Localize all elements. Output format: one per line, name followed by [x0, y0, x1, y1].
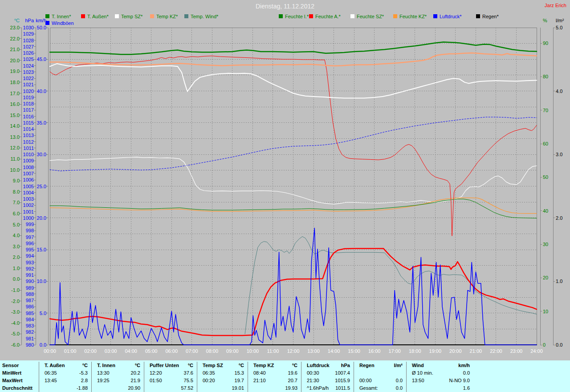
axis-tick-label: 1001 — [23, 209, 34, 214]
axis-tick-label: 992 — [26, 266, 34, 271]
axis-unit-%: % — [543, 18, 547, 23]
axis-tick-label: 997 — [26, 234, 34, 240]
axis-tick-label: 1029 — [23, 31, 34, 36]
stats-cell-time: 00:20 — [203, 377, 215, 384]
axis-tick-label: 982 — [26, 329, 34, 335]
stats-column: Regenl/m²00:000.0Gesamt:0.0 — [354, 362, 407, 392]
stats-cell: 13:452.8 — [39, 377, 91, 384]
stats-cell: 00:301007.4 — [301, 369, 354, 377]
sensor-name: Wind — [412, 362, 424, 369]
axis-tick-label: 20.0 — [37, 215, 46, 221]
axis-tick-label: 10.0 — [10, 167, 20, 173]
axis-tick-label: 30.0 — [37, 152, 46, 157]
axis-tick-label: -4.0 — [11, 320, 20, 326]
axis-tick-label: 50.0 — [37, 25, 46, 30]
stats-cell-time: Ø 10 min. — [412, 369, 433, 377]
axis-tick-label: 1017 — [23, 107, 34, 113]
x-tick-label: 19:00 — [429, 348, 442, 354]
x-tick-label: 09:00 — [226, 348, 239, 354]
stats-cell-time: 06:35 — [203, 369, 215, 377]
x-tick-label: 02:00 — [84, 348, 97, 354]
x-tick-label: 16:00 — [368, 348, 381, 354]
stats-cell-value: -1.88 — [77, 384, 88, 392]
axis-tick-label: 20.0 — [10, 58, 20, 63]
axis-tick-label: 985 — [26, 311, 34, 316]
stats-cell-value: 37.6 — [184, 369, 193, 377]
x-tick-label: 07:00 — [186, 348, 198, 354]
axis-tick-label: 80 — [543, 74, 548, 79]
axis-tick-label: 35.0 — [37, 120, 46, 125]
x-tick-label: 06:00 — [165, 348, 178, 354]
axis-unit-°C: °C — [14, 18, 20, 23]
axis-tick-label: 1006 — [23, 177, 34, 182]
axis-tick-label: 991 — [26, 272, 34, 278]
sensor-unit: °C — [188, 362, 193, 369]
axis-tick-label: 999 — [26, 222, 34, 227]
axis-tick-label: 995 — [26, 247, 34, 252]
stats-cell-time: 13:45 — [45, 377, 57, 384]
stats-cell-value: 1007.4 — [335, 369, 350, 377]
stats-table: SensorMinWertMaxWertDurchschnittT. Außen… — [0, 360, 570, 392]
axis-tick-label: 3.0 — [13, 244, 20, 249]
stats-cell: 57.52 — [144, 384, 197, 392]
axis-tick-label: 1009 — [23, 158, 34, 163]
axis-tick-label: 70 — [543, 108, 548, 113]
axis-tick-label: 11.0 — [10, 156, 20, 162]
stats-header-temp-sz: Temp SZ°C — [197, 362, 248, 369]
stats-cell: Ø 10 min.0.0 — [407, 369, 473, 377]
x-tick-label: 15:00 — [348, 348, 360, 354]
axis-tick-label: 25.0 — [37, 184, 46, 189]
axis-tick-label: 1016 — [23, 114, 34, 119]
stats-cell-time: 12:20 — [150, 369, 162, 377]
stats-cell: 21:1020.7 — [248, 377, 301, 384]
stats-header-t-innen: T. Innen°C — [92, 362, 144, 369]
stats-cell: 1.6 — [407, 384, 473, 392]
axis-tick-label: 6.0 — [13, 211, 20, 216]
stats-cell: 19.93 — [248, 384, 301, 392]
stats-cell-time: 19:25 — [97, 377, 110, 384]
axis-tick-label: 0.0 — [40, 342, 46, 348]
axis-tick-label: 1023 — [23, 69, 34, 75]
x-tick-label: 10:00 — [247, 348, 259, 354]
stats-cell-value: 1015.9 — [335, 377, 350, 384]
stats-cell-value: 21.9 — [131, 377, 140, 384]
sensor-name: Temp KZ — [253, 362, 274, 369]
axis-tick-label: 1005 — [23, 184, 34, 189]
stats-cell-time: 21:30 — [307, 377, 319, 384]
weather-app-window: Dienstag, 11.12.2012 Jarz Erich T. Innen… — [0, 0, 570, 392]
stats-column: SensorMinWertMaxWertDurchschnitt — [0, 362, 39, 392]
sensor-name: Regen — [359, 362, 375, 369]
stats-cell: 08:4019.6 — [248, 369, 301, 377]
stats-cell-time: ^1.6hPa/h — [307, 384, 329, 392]
axis-tick-label: 994 — [26, 253, 34, 259]
axis-tick-label: 1022 — [23, 76, 34, 81]
axis-tick-label: 1026 — [23, 50, 34, 56]
series-temp_sz — [50, 64, 537, 98]
axis-tick-label: 1007 — [23, 171, 34, 176]
stats-cell-time: 00:30 — [307, 369, 319, 377]
stats-row-label: MaxWert — [0, 377, 39, 384]
axis-tick-label: -5.0 — [11, 331, 20, 336]
stats-column: T. Außen°C06:35-5.313:452.8-1.88 — [39, 362, 92, 392]
sensor-name: Luftdruck — [307, 362, 330, 369]
axis-tick-label: 1019 — [23, 95, 34, 100]
stats-cell-value: 19.93 — [285, 384, 297, 392]
stats-header-luftdruck: LuftdruckhPa — [301, 362, 354, 369]
stats-filler — [473, 362, 570, 392]
stats-cell: ^1.6hPa/h1011.5 — [301, 384, 354, 392]
axis-tick-label: 5.0 — [556, 25, 562, 30]
axis-tick-label: 1.0 — [556, 279, 562, 284]
axis-tick-label: 14.0 — [10, 123, 20, 129]
axis-tick-label: 1028 — [23, 38, 34, 43]
stats-cell-time: 13:50 — [412, 377, 424, 384]
axis-tick-label: 18.0 — [10, 80, 20, 85]
x-tick-label: 17:00 — [388, 348, 401, 354]
stats-column: Puffer Unten°C12:2037.601:5075.557.52 — [144, 362, 197, 392]
stats-cell-time: Gesamt: — [359, 384, 378, 392]
stats-cell-value: 1011.5 — [335, 384, 350, 392]
stats-cell-value: 20.2 — [131, 369, 140, 377]
x-tick-label: 18:00 — [409, 348, 421, 354]
axis-tick-label: 5.0 — [40, 311, 46, 316]
axis-tick-label: 7.0 — [13, 200, 20, 205]
axis-tick-label: 996 — [26, 241, 34, 246]
